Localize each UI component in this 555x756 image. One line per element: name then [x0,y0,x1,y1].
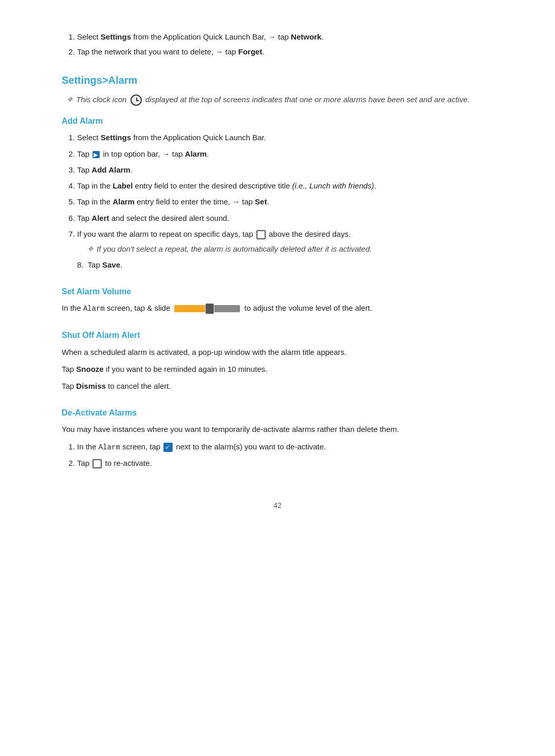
add-alarm-step-6: Tap Alert and select the desired alert s… [77,212,493,224]
settings-alarm-heading: Settings>Alarm [62,72,493,88]
intro-network-bold: Network [291,32,321,41]
add-alarm-step-3: Tap Add Alarm. [77,164,493,176]
settings-alarm-section: Settings>Alarm ❖ This clock icon display… [62,72,493,469]
intro-list-item-2: Tap the network that you want to delete,… [77,46,493,58]
step6-alert: Alert [91,214,109,222]
slider-handle [206,304,214,314]
step3-add-alarm: Add Alarm [91,165,130,174]
alarm-note-italic: This clock icon [76,95,126,104]
intro-forget-bold: Forget [238,47,263,56]
step4-label: Label [113,181,133,190]
deactivate-step-1: In the Alarm screen, tap next to the ala… [77,441,493,453]
diamond-icon-2: ❖ [87,244,94,254]
step7-sub-note: ❖ If you don't select a repeat, the alar… [77,243,493,255]
intro-list: Select Settings from the Application Qui… [62,31,493,58]
set-alarm-volume-heading: Set Alarm Volume [62,286,493,298]
slider-track-left [174,305,205,312]
volume-slider [174,304,240,314]
step4-example: (i.e., Lunch with friends) [292,181,374,190]
step1-settings: Settings [101,133,131,142]
intro-list-item-1: Select Settings from the Application Qui… [77,31,493,43]
add-alarm-step-1: Select Settings from the Application Qui… [77,131,493,143]
step7-sub-note-item: ❖ If you don't select a repeat, the alar… [87,243,493,255]
deactivate-alarms-heading: De-Activate Alarms [62,407,493,420]
add-alarm-list: Select Settings from the Application Qui… [62,131,493,255]
shut-off-alarm-section: Shut Off Alarm Alert When a scheduled al… [62,329,493,392]
alarm-note: ❖ This clock icon displayed at the top o… [62,93,493,106]
alarm-note-rest: displayed at the top of screens indicate… [145,95,470,104]
alarm-note-text: This clock icon displayed at the top of … [76,93,470,106]
arrow-icon [92,151,100,158]
add-alarm-step-2: Tap in top option bar, → tap Alarm. [77,148,493,160]
add-alarm-step-7: If you want the alarm to repeat on speci… [77,228,493,255]
shut-off-alarm-heading: Shut Off Alarm Alert [62,329,493,342]
deactivate-body: You may have instances where you want to… [62,423,493,435]
snooze-bold: Snooze [76,365,103,373]
shut-off-para-3: Tap Dismiss to cancel the alert. [62,380,493,392]
step7-note-text: If you don't select a repeat, the alarm … [97,243,372,255]
deactivate-list: In the Alarm screen, tap next to the ala… [62,441,493,469]
slider-track-right [214,305,240,312]
add-alarm-step-4: Tap in the Label entry field to enter th… [77,180,493,192]
add-alarm-step-8: 8. Tap Save. [62,259,493,271]
toggle-icon [163,443,173,452]
alarm-monospace: Alarm [83,305,105,313]
add-alarm-step-5: Tap in the Alarm entry field to enter th… [77,196,493,207]
shut-off-para-2: Tap Snooze if you want to be reminded ag… [62,363,493,375]
step8-save: Save [102,260,120,269]
checkbox-icon [256,230,266,239]
alarm-mono-2: Alarm [99,443,120,451]
page-number: 42 [62,500,493,512]
clock-icon [131,94,142,106]
set-alarm-volume-section: Set Alarm Volume In the Alarm screen, ta… [62,286,493,315]
diamond-icon: ❖ [67,94,73,105]
step5-set: Set [255,197,267,206]
dismiss-bold: Dismiss [76,382,106,390]
volume-text: In the Alarm screen, tap & slide to adju… [62,302,493,315]
shut-off-para-1: When a scheduled alarm is activated, a p… [62,346,493,358]
intro-settings-bold: Settings [101,32,131,41]
checkbox2-icon [92,459,102,468]
deactivate-alarms-section: De-Activate Alarms You may have instance… [62,407,493,469]
deactivate-step-2: Tap to re-activate. [77,457,493,469]
add-alarm-heading: Add Alarm [62,115,493,128]
add-alarm-section: Add Alarm Select Settings from the Appli… [62,115,493,271]
step5-alarm: Alarm [113,197,135,206]
step2-alarm: Alarm [185,149,207,158]
